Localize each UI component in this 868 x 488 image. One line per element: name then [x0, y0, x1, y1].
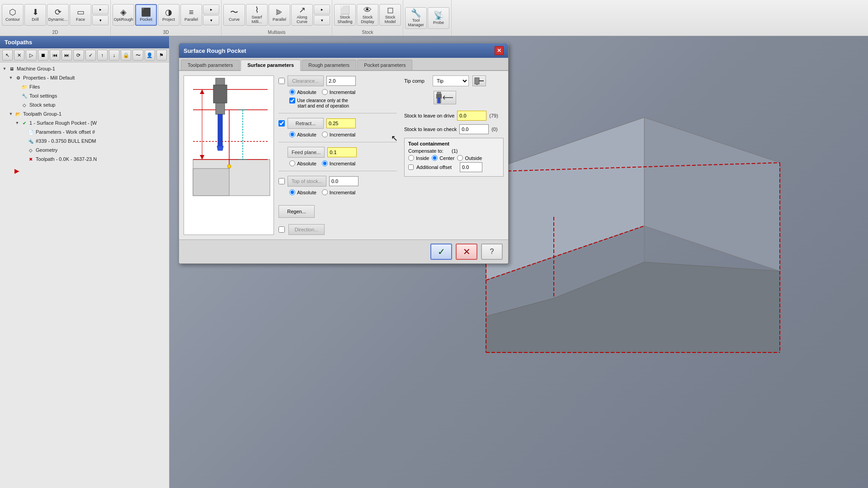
stock-check-input[interactable] [459, 124, 489, 134]
regen-btn[interactable]: Regen... [278, 205, 315, 218]
retract-btn[interactable]: Retract... [288, 118, 324, 129]
tree-item-geometry[interactable]: ◇ Geometry [2, 145, 167, 155]
toolbar-btn-pocket[interactable]: ⬛ Pocket [135, 4, 157, 26]
toolbar-btn-dynamic[interactable]: ⟳ Dynamic... [47, 4, 69, 26]
inside-radio[interactable] [408, 155, 414, 161]
toolbar-btn-contour[interactable]: ⬡ Contour [2, 4, 24, 26]
tree-item-files[interactable]: 📁 Files [2, 82, 167, 91]
sidebar-tool-back[interactable]: ⏮ [50, 50, 60, 61]
feed-absolute-label[interactable]: Absolute [289, 160, 316, 166]
tree-item-stock-setup[interactable]: ◇ Stock setup [2, 100, 167, 109]
retract-input[interactable] [326, 118, 356, 128]
retract-absolute-radio[interactable] [289, 131, 295, 137]
2d-extra-1[interactable]: ▸ [92, 5, 108, 14]
tree-item-tool-settings[interactable]: 🔧 Tool settings [2, 91, 167, 100]
top-of-stock-input[interactable] [329, 176, 359, 186]
inside-label[interactable]: Inside [408, 155, 429, 161]
toolbar-btn-swarf[interactable]: ⌇ Swarf Milli... [246, 4, 268, 26]
toolbar-btn-stock-model[interactable]: ◻ Stock Model [379, 4, 401, 26]
expand-properties[interactable]: ▼ [8, 75, 14, 80]
sidebar-tool-arrow[interactable]: ↖ [2, 50, 13, 61]
tree-item-op1[interactable]: ▼ ✔ 1 - Surface Rough Pocket - [W [2, 118, 167, 127]
toolbar-btn-probe[interactable]: 📡 Probe [428, 7, 449, 29]
feed-incremental-label[interactable]: Incremental [322, 160, 355, 166]
outside-label[interactable]: Outside [457, 155, 482, 161]
tip-comp-select[interactable]: Tip Center None [433, 75, 469, 86]
toolbar-btn-stock-display[interactable]: 👁 Stock Display [357, 4, 378, 26]
feed-absolute-radio[interactable] [289, 160, 295, 166]
toolbar-btn-drill[interactable]: ⬇ Drill [24, 4, 46, 26]
top-absolute-label[interactable]: Absolute [289, 189, 316, 195]
tree-item-params[interactable]: 📄 Parameters - Work offset # [2, 127, 167, 136]
retract-absolute-label[interactable]: Absolute [289, 131, 316, 137]
3d-extra-1[interactable]: ▸ [203, 5, 219, 14]
stock-drive-input[interactable] [457, 111, 486, 121]
toolbar-btn-along-curve[interactable]: ↗ Along Curve [291, 4, 313, 26]
3d-extra-2[interactable]: ▾ [203, 15, 219, 25]
toolbar-btn-optirough[interactable]: ◈ OptiRough [113, 4, 134, 26]
top-absolute-radio[interactable] [289, 189, 295, 195]
help-button[interactable]: ? [481, 244, 503, 260]
sidebar-tool-stop[interactable]: ⏹ [38, 50, 48, 61]
tab-pocket-parameters[interactable]: Pocket parameters [357, 60, 412, 70]
cancel-button[interactable]: ✕ [456, 244, 477, 260]
clearance-absolute-label[interactable]: Absolute [289, 89, 316, 95]
outside-radio[interactable] [457, 155, 463, 161]
toolbar-btn-face[interactable]: ▭ Face [70, 4, 91, 26]
feed-plane-input[interactable] [327, 147, 357, 157]
tree-item-machine-group[interactable]: ▼ 🖥 Machine Group-1 [2, 64, 167, 73]
center-radio[interactable] [432, 155, 438, 161]
tip-icon-btn[interactable] [472, 75, 486, 86]
feed-plane-btn[interactable]: Feed plane... [288, 147, 325, 158]
expand-machine-group[interactable]: ▼ [2, 66, 7, 71]
tab-toolpath-parameters[interactable]: Toolpath parameters [181, 60, 240, 70]
top-incremental-label[interactable]: Incremental [322, 189, 355, 195]
sidebar-tool-regen[interactable]: ⟳ [73, 50, 84, 61]
top-of-stock-checkbox[interactable] [278, 178, 285, 184]
toolbar-btn-stock-shading[interactable]: ⬜ Stock Shading [334, 4, 356, 26]
direction-btn[interactable]: Direction... [288, 224, 325, 235]
toolbar-btn-project[interactable]: ◑ Project [158, 4, 179, 26]
center-label[interactable]: Center [432, 155, 454, 161]
clearance-btn[interactable]: Clearance... [288, 75, 324, 86]
top-incremental-radio[interactable] [322, 189, 328, 195]
sidebar-tool-wave[interactable]: 〜 [132, 50, 143, 61]
dialog-close-btn[interactable]: ✕ [495, 46, 504, 55]
clearance-absolute-radio[interactable] [289, 89, 295, 95]
sidebar-tool-x[interactable]: ✕ [14, 50, 24, 61]
expand-toolpath-group[interactable]: ▼ [8, 111, 14, 117]
tree-item-tool339[interactable]: 🔩 #339 - 0.3750 BULL ENDM [2, 136, 167, 145]
tab-surface-parameters[interactable]: Surface parameters [241, 60, 301, 71]
toolbar-btn-curve[interactable]: 〜 Curve [223, 4, 245, 26]
sidebar-tool-person[interactable]: 👤 [145, 50, 155, 61]
feed-incremental-radio[interactable] [322, 160, 328, 166]
multiaxis-extra-2[interactable]: ▾ [314, 15, 330, 25]
retract-incremental-label[interactable]: Incremental [322, 131, 355, 137]
multiaxis-extra-1[interactable]: ▸ [314, 5, 330, 14]
clearance-incremental-radio[interactable] [322, 89, 328, 95]
clearance-incremental-label[interactable]: Incremental [322, 89, 355, 95]
direction-checkbox[interactable] [278, 226, 285, 233]
top-of-stock-btn[interactable]: Top of stock... [288, 176, 326, 187]
sidebar-tool-down[interactable]: ↓ [109, 50, 119, 61]
tree-item-toolpath-group[interactable]: ▼ 📂 Toolpath Group-1 [2, 109, 167, 118]
toolbar-btn-tool-manager[interactable]: 🔧 Tool Manager [405, 7, 427, 29]
sidebar-tool-flag[interactable]: ⚑ [156, 50, 167, 61]
sidebar-tool-lock[interactable]: 🔒 [121, 50, 131, 61]
clearance-use-only-checkbox[interactable] [289, 98, 295, 103]
additional-offset-input[interactable] [460, 162, 482, 172]
toolbar-btn-parallel-multi[interactable]: ⫸ Parallel [269, 4, 290, 26]
toolbar-btn-parallel[interactable]: ≡ Parallel [180, 4, 202, 26]
tab-rough-parameters[interactable]: Rough parameters [302, 60, 356, 70]
clearance-checkbox[interactable] [278, 78, 285, 84]
sidebar-tool-check[interactable]: ✓ [85, 50, 96, 61]
additional-offset-checkbox[interactable] [408, 164, 414, 170]
2d-extra-2[interactable]: ▾ [92, 15, 108, 25]
expand-op1[interactable]: ▼ [14, 120, 20, 126]
tree-item-toolpath[interactable]: ✖ Toolpath - 0.0K - 3637-23.N [2, 155, 167, 164]
sidebar-tool-fwd[interactable]: ⏭ [61, 50, 72, 61]
clearance-input[interactable] [326, 76, 356, 86]
tool-orient-btn[interactable] [434, 91, 456, 104]
tree-item-properties[interactable]: ▼ ⚙ Properties - Mill Default [2, 73, 167, 82]
clearance-use-only-label[interactable]: Use clearance only at the [289, 98, 397, 103]
